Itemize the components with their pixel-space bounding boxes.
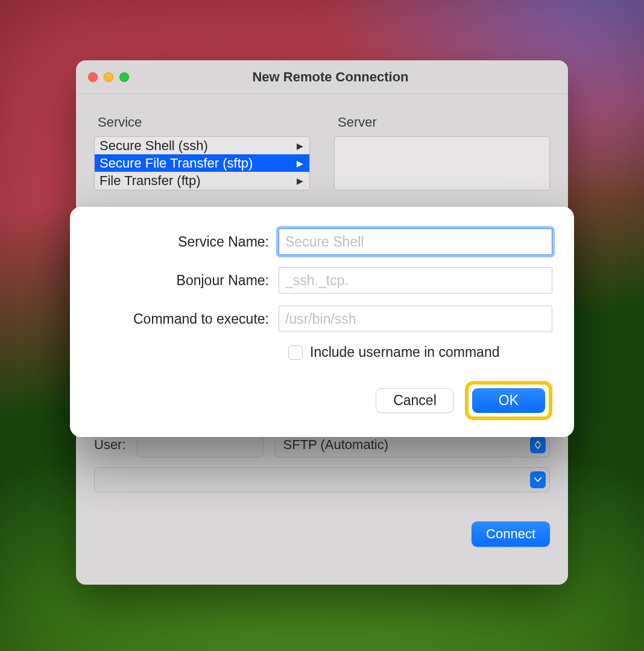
server-header: Server (338, 115, 550, 130)
chevron-down-icon[interactable] (530, 471, 546, 488)
command-label: Command to execute: (92, 311, 279, 327)
ok-annotation: OK (465, 381, 552, 420)
service-item[interactable]: Secure File Transfer (sftp) ▶ (95, 154, 309, 172)
service-name-input[interactable] (279, 228, 552, 255)
service-item-label: File Transfer (ftp) (99, 173, 200, 189)
service-header: Service (98, 115, 310, 130)
sheet-button-row: Cancel OK (92, 381, 552, 420)
bonjour-name-label: Bonjour Name: (92, 272, 279, 289)
chevron-right-icon: ▶ (297, 141, 303, 151)
service-config-sheet: Service Name: Bonjour Name: Command to e… (70, 207, 574, 437)
service-item-label: Secure File Transfer (sftp) (99, 156, 253, 171)
command-input[interactable] (279, 306, 552, 332)
connect-button[interactable]: Connect (472, 521, 550, 547)
ok-button[interactable]: OK (472, 388, 545, 413)
remote-connection-window: New Remote Connection Service Secure She… (76, 60, 568, 585)
include-username-label: Include username in command (310, 344, 500, 360)
chevron-right-icon: ▶ (297, 176, 303, 186)
chevron-right-icon: ▶ (297, 159, 303, 168)
scheme-popup-label: SFTP (Automatic) (283, 437, 388, 453)
titlebar: New Remote Connection (76, 60, 568, 94)
content-panel: Service Secure Shell (ssh) ▶ Secure File… (76, 94, 568, 190)
cancel-button[interactable]: Cancel (376, 388, 454, 413)
include-username-row: Include username in command (288, 344, 552, 360)
service-item-label: Secure Shell (ssh) (99, 138, 208, 154)
command-preview-field[interactable] (94, 467, 550, 492)
window-title: New Remote Connection (93, 69, 568, 85)
server-list[interactable] (334, 136, 550, 190)
service-name-label: Service Name: (92, 234, 279, 250)
user-label: User: (94, 437, 126, 453)
connect-row: Connect (76, 492, 568, 547)
service-item[interactable]: Secure Shell (ssh) ▶ (95, 137, 309, 154)
service-column: Service Secure Shell (ssh) ▶ Secure File… (94, 115, 310, 190)
service-list[interactable]: Secure Shell (ssh) ▶ Secure File Transfe… (94, 136, 310, 190)
server-column: Server (334, 115, 550, 190)
include-username-checkbox[interactable] (288, 345, 303, 360)
command-preview-row (76, 458, 568, 492)
bonjour-name-input[interactable] (279, 267, 552, 294)
updown-icon (530, 436, 546, 453)
service-item[interactable]: File Transfer (ftp) ▶ (95, 172, 309, 189)
